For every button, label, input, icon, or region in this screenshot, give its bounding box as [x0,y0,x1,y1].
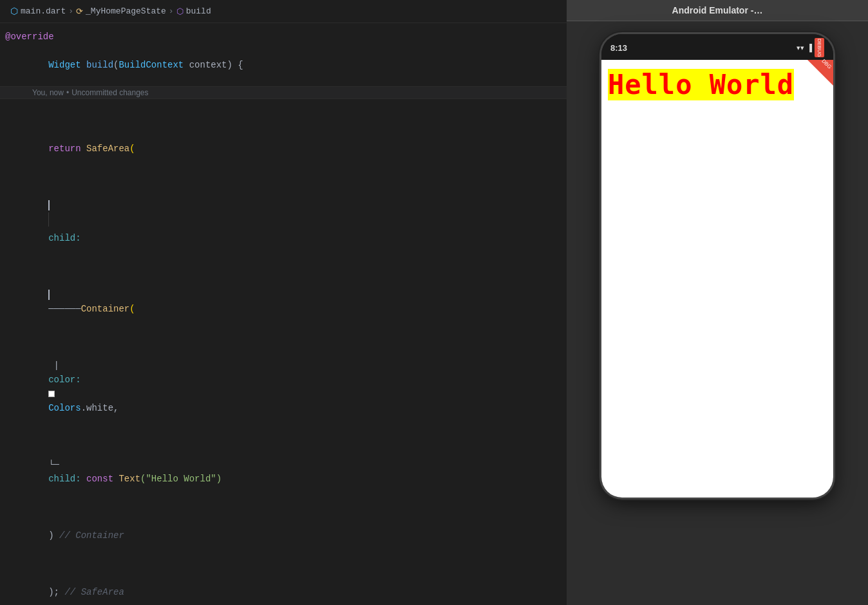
breadcrumb-sep-1: › [68,6,73,16]
phone-screen: DBG Hello World [601,60,833,498]
breadcrumb-bar: ⬡ main.dart › ⟳ _MyHomePageState › ⬡ bui… [0,0,567,23]
debug-badge: DEBUG [815,38,824,57]
breadcrumb-sep-2: › [169,6,174,16]
annotation-message: Uncommitted changes [71,88,148,97]
code-line-5: child: [0,170,567,259]
status-time: 8:13 [610,43,627,53]
dart-file-icon: ⬡ [10,6,18,17]
color-swatch-white [48,391,55,397]
editor-panel: ⬡ main.dart › ⟳ _MyHomePageState › ⬡ bui… [0,0,567,605]
emulator-panel: Android Emulator -… 8:13 ▾▾ ▐ DEBUG DBG … [567,0,868,605]
code-line-3 [0,99,567,113]
breadcrumb-class: _MyHomePageState [86,6,166,16]
phone-frame: 8:13 ▾▾ ▐ DEBUG DBG Hello World [601,34,833,498]
breadcrumb-file: main.dart [21,6,66,16]
code-line-8: └─ child: const Text("Hello World") [0,429,567,500]
annotation-dot: • [66,88,69,97]
breadcrumb-method: build [186,6,211,16]
emulator-title: Android Emulator -… [672,5,763,15]
code-line-9: ) // Container [0,500,567,557]
annotation-author: You, now [32,88,64,97]
code-area[interactable]: @override Widget build(BuildContext cont… [0,23,567,605]
status-icons: ▾▾ ▐ DEBUG [797,38,824,57]
class-icon: ⟳ [76,6,83,17]
wifi-icon: ▾▾ [797,44,804,52]
hello-world-display: Hello World [608,69,794,100]
method-icon: ⬡ [176,6,184,17]
phone-status-bar: 8:13 ▾▾ ▐ DEBUG [601,34,833,60]
battery-icon: ▐ [807,44,812,51]
code-line-6: ──────Container( [0,259,567,330]
inline-annotation: You, now • Uncommitted changes [0,86,567,99]
code-line-7: | color: Colors.white, [0,330,567,429]
code-line-4: return SafeArea( [0,113,567,170]
code-line-1: @override [0,30,567,44]
emulator-title-bar: Android Emulator -… [567,0,868,21]
code-line-10: ); // SafeArea [0,557,567,605]
code-line-2: Widget build(BuildContext context) { [0,44,567,86]
